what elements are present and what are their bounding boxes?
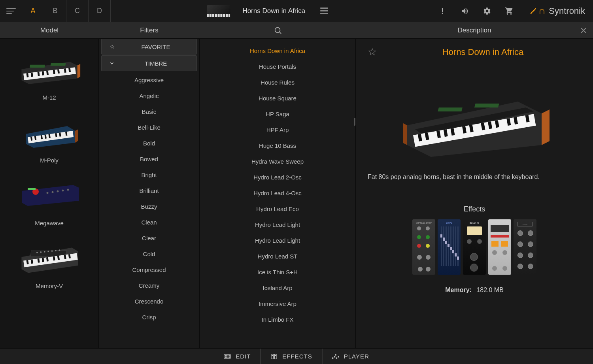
preset-item[interactable]: Hydro Lead Eco <box>200 201 355 217</box>
filter-item[interactable]: Cold <box>99 246 199 262</box>
svg-point-36 <box>67 189 69 191</box>
svg-rect-92 <box>335 354 336 355</box>
svg-point-84 <box>229 356 229 357</box>
filter-timbre[interactable]: TIMBRE <box>101 55 197 71</box>
preset-item[interactable]: Huge 10 Bass <box>200 138 355 153</box>
presets-column[interactable]: Horns Down in AfricaHouse PortalsHouse R… <box>200 39 356 348</box>
preset-item[interactable]: Hydro Lead 4-Osc <box>200 185 355 201</box>
preset-item[interactable]: Hydro Lead Light <box>200 232 355 248</box>
memory-label: Memory: <box>445 287 472 293</box>
player-label: PLAYER <box>344 353 369 360</box>
filter-item[interactable]: Crisp <box>99 309 199 325</box>
description-header: ☆ Horns Down in Africa <box>368 46 581 58</box>
main-menu-button[interactable] <box>0 0 22 22</box>
filter-item[interactable]: Creamy <box>99 277 199 293</box>
svg-point-0 <box>275 27 280 32</box>
filter-item[interactable]: Bold <box>99 135 199 151</box>
tab-c[interactable]: C <box>66 0 89 22</box>
gear-icon <box>483 7 491 15</box>
preset-item[interactable]: Horns Down in Africa <box>200 43 355 58</box>
preset-item[interactable]: Hydro Lead 2-Osc <box>200 169 355 185</box>
model-label: Megawave <box>35 220 64 226</box>
preset-item[interactable]: Ice is Thin S+H <box>200 264 355 280</box>
edit-button[interactable]: EDIT <box>214 349 261 364</box>
svg-point-44 <box>55 250 57 251</box>
svg-point-79 <box>228 355 228 356</box>
preset-item[interactable]: Hydra Wave Sweep <box>200 153 355 169</box>
effect-unit[interactable] <box>488 219 511 275</box>
model-item[interactable]: Memory-V <box>0 231 98 294</box>
preset-thumbnail <box>207 5 230 17</box>
settings-button[interactable] <box>476 0 498 22</box>
preset-item[interactable]: Iceland Arp <box>200 280 355 296</box>
effect-unit[interactable]: CHANNEL STRIP <box>412 219 435 275</box>
top-right-icons: ! ⟋∩ Syntronik <box>432 0 593 22</box>
preset-item[interactable]: House Square <box>200 90 355 106</box>
svg-marker-5 <box>77 64 80 79</box>
model-column[interactable]: M-12M-PolyMegawaveMemory-V <box>0 39 99 348</box>
favorite-toggle[interactable]: ☆ <box>368 46 377 58</box>
main-content: M-12M-PolyMegawaveMemory-V ☆ FAVORITE TI… <box>0 39 593 348</box>
effect-unit[interactable]: EQ-PG <box>438 219 461 275</box>
preset-menu-button[interactable] <box>313 0 335 22</box>
effects-button[interactable]: EFFECTS <box>261 349 322 364</box>
model-item[interactable]: M-12 <box>0 43 98 106</box>
effect-unit[interactable]: BLACK 76 <box>463 219 486 275</box>
player-button[interactable]: PLAYER <box>322 349 379 364</box>
filter-item[interactable]: Basic <box>99 104 199 119</box>
preset-item[interactable]: HP Saga <box>200 106 355 122</box>
close-icon <box>580 27 587 34</box>
svg-point-78 <box>227 355 227 356</box>
filter-item[interactable]: Brilliant <box>99 183 199 198</box>
brand-label: ⟋∩ Syntronik <box>520 5 593 17</box>
header-search[interactable] <box>200 22 356 38</box>
filter-item[interactable]: Bell-Like <box>99 119 199 135</box>
preset-title-area[interactable]: Horns Down in Africa <box>111 0 432 22</box>
filter-item[interactable]: Bright <box>99 167 199 183</box>
cart-button[interactable] <box>498 0 520 22</box>
volume-button[interactable] <box>454 0 476 22</box>
scrollbar-thumb[interactable] <box>354 118 355 126</box>
alert-button[interactable]: ! <box>432 0 454 22</box>
effects-label: Effects <box>368 205 581 213</box>
filter-item[interactable]: Compressed <box>99 262 199 277</box>
model-item[interactable]: M-Poly <box>0 106 98 168</box>
filter-item[interactable]: Angelic <box>99 88 199 104</box>
model-thumbnail <box>18 173 81 217</box>
preset-item[interactable]: Hydro Lead ST <box>200 248 355 264</box>
filter-favorite[interactable]: ☆ FAVORITE <box>101 39 197 55</box>
svg-point-77 <box>225 355 226 356</box>
preset-item[interactable]: House Rules <box>200 74 355 90</box>
filter-item[interactable]: Clean <box>99 214 199 230</box>
effect-unit[interactable]: PLATE <box>514 219 536 275</box>
filters-column[interactable]: ☆ FAVORITE TIMBRE AggressiveAngelicBasic… <box>99 39 200 348</box>
tab-b[interactable]: B <box>44 0 66 22</box>
preset-item[interactable]: HPF Arp <box>200 122 355 138</box>
filter-item[interactable]: Buzzy <box>99 198 199 214</box>
effects-icon <box>270 354 278 359</box>
edit-icon <box>224 354 231 359</box>
tab-d[interactable]: D <box>89 0 111 22</box>
model-thumbnail <box>18 47 81 91</box>
model-label: M-12 <box>42 94 56 101</box>
top-bar: A B C D Horns Down in Africa ! ⟋∩ Syntro… <box>0 0 593 22</box>
brand-text: Syntronik <box>549 6 585 16</box>
speaker-icon <box>461 7 469 15</box>
preset-item[interactable]: In Limbo FX <box>200 311 355 327</box>
preset-item[interactable]: Hydro Lead Light <box>200 217 355 232</box>
menu-icon <box>6 8 16 14</box>
filter-item[interactable]: Crescendo <box>99 293 199 309</box>
description-title: Horns Down in Africa <box>385 47 581 57</box>
tab-a[interactable]: A <box>22 0 44 22</box>
model-label: Memory-V <box>36 283 63 289</box>
filter-item[interactable]: Bowed <box>99 151 199 167</box>
svg-rect-31 <box>28 188 36 190</box>
model-item[interactable]: Megawave <box>0 168 98 231</box>
close-button[interactable] <box>580 27 587 34</box>
preset-item[interactable]: House Portals <box>200 58 355 74</box>
effects-button-label: EFFECTS <box>282 353 312 360</box>
filter-item[interactable]: Aggressive <box>99 72 199 88</box>
filter-item[interactable]: Clear <box>99 230 199 246</box>
chevron-down-icon <box>108 60 116 66</box>
preset-item[interactable]: Immersive Arp <box>200 296 355 311</box>
